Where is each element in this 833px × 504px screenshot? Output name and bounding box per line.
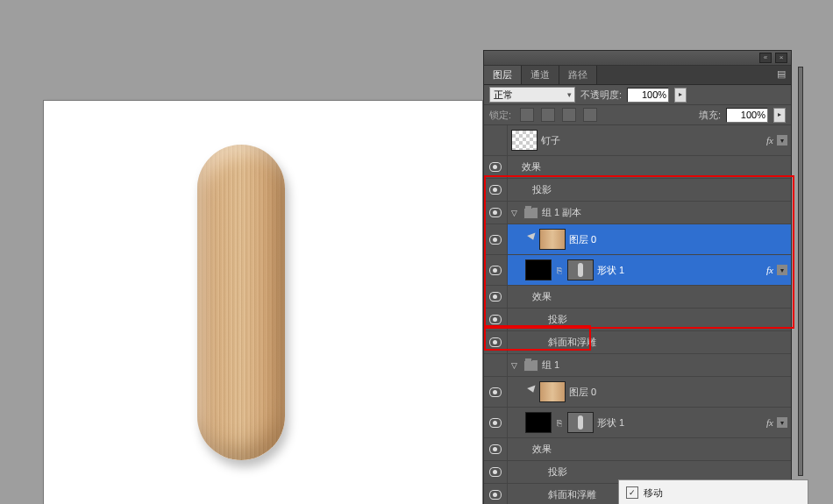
effects-row[interactable]: 效果: [484, 286, 791, 309]
visibility-toggle[interactable]: [484, 286, 508, 308]
panel-close-icon[interactable]: ×: [775, 53, 787, 63]
visibility-toggle[interactable]: [484, 224, 508, 254]
visibility-toggle[interactable]: [484, 408, 508, 437]
shape-1[interactable]: ⎘ 形状 1 fx ▾: [484, 408, 791, 438]
fill-thumbnail[interactable]: [525, 412, 552, 433]
fill-input[interactable]: 100%: [726, 108, 768, 123]
auto-select-label: 移动: [644, 486, 663, 500]
effect-name: 斜面和浮雕: [548, 336, 596, 349]
tab-channels[interactable]: 通道: [522, 66, 559, 84]
group-name[interactable]: 组 1: [542, 358, 559, 372]
fill-label: 填充:: [699, 109, 721, 122]
folder-icon: [523, 207, 538, 219]
layer-name[interactable]: 图层 0: [569, 233, 596, 246]
layer-dingzi[interactable]: 钉子 fx ▾: [484, 125, 791, 156]
vector-mask-thumbnail[interactable]: [567, 259, 594, 280]
blend-mode-dropdown[interactable]: 正常: [489, 87, 575, 103]
layers-panel: « × 图层 通道 路径 ▤ 正常 不透明度: 100% ▸ 锁定: 填充: 1…: [484, 51, 791, 504]
visibility-toggle[interactable]: [484, 202, 508, 224]
dock-strip[interactable]: [798, 67, 803, 476]
group-expand-icon[interactable]: ▽: [511, 209, 520, 217]
effects-row[interactable]: 效果: [484, 156, 791, 179]
layer-0-copy[interactable]: 图层 0: [484, 224, 791, 255]
opacity-label: 不透明度:: [580, 89, 622, 102]
panel-menu-icon[interactable]: ▤: [772, 66, 791, 84]
document-canvas[interactable]: [44, 101, 482, 504]
lock-label: 锁定:: [489, 109, 511, 122]
layer-name[interactable]: 图层 0: [569, 386, 596, 399]
visibility-toggle[interactable]: [484, 255, 508, 285]
panel-titlebar[interactable]: « ×: [484, 51, 791, 66]
layer-thumbnail[interactable]: [511, 130, 538, 151]
group-1[interactable]: ▽ 组 1: [484, 354, 791, 377]
panel-tabs: 图层 通道 路径 ▤: [484, 66, 791, 85]
effects-label: 效果: [532, 290, 552, 303]
visibility-toggle[interactable]: [484, 377, 508, 407]
vector-mask-thumbnail[interactable]: [567, 412, 594, 433]
tab-paths[interactable]: 路径: [559, 66, 597, 84]
effect-name: 投影: [548, 465, 567, 479]
clipping-indicator-icon: [525, 234, 536, 245]
opacity-flyout-button[interactable]: ▸: [674, 88, 687, 103]
visibility-toggle[interactable]: [484, 438, 508, 460]
auto-select-checkbox[interactable]: ✓: [626, 486, 638, 499]
layer-name[interactable]: 形状 1: [597, 416, 624, 429]
visibility-toggle[interactable]: [484, 179, 508, 201]
lock-position-icon[interactable]: [562, 108, 576, 122]
visibility-toggle[interactable]: [484, 156, 508, 178]
shape-1-copy[interactable]: ⎘ 形状 1 fx ▾: [484, 255, 791, 286]
layer-0[interactable]: 图层 0: [484, 377, 791, 408]
visibility-toggle[interactable]: [484, 309, 508, 330]
effect-name: 斜面和浮雕: [548, 488, 596, 501]
layer-name[interactable]: 钉子: [541, 134, 560, 147]
fill-flyout-button[interactable]: ▸: [773, 108, 786, 123]
fx-expand-button[interactable]: ▾: [777, 417, 787, 428]
visibility-toggle[interactable]: [484, 354, 508, 376]
effects-label: 效果: [532, 443, 552, 456]
layer-list: 钉子 fx ▾ 效果 投影 ▽ 组 1 副本: [484, 125, 791, 504]
lock-transparency-icon[interactable]: [520, 108, 534, 122]
group-expand-icon[interactable]: ▽: [511, 361, 520, 370]
visibility-toggle[interactable]: [484, 484, 508, 504]
group-name[interactable]: 组 1 副本: [542, 206, 581, 219]
tool-options-move: ✓ 移动: [618, 479, 808, 504]
tab-layers[interactable]: 图层: [484, 66, 522, 84]
layer-name[interactable]: 形状 1: [597, 264, 624, 277]
opacity-input[interactable]: 100%: [627, 88, 669, 103]
lock-all-icon[interactable]: [583, 108, 597, 122]
effect-name: 投影: [548, 313, 567, 326]
wood-plank-artwork: [197, 145, 285, 460]
layer-thumbnail[interactable]: [539, 229, 566, 250]
visibility-toggle[interactable]: [484, 331, 508, 353]
lock-fill-row: 锁定: 填充: 100% ▸: [484, 105, 791, 125]
blend-opacity-row: 正常 不透明度: 100% ▸: [484, 85, 791, 105]
layer-thumbnail[interactable]: [539, 381, 566, 402]
fx-expand-button[interactable]: ▾: [777, 265, 787, 275]
effects-label: 效果: [522, 160, 541, 174]
effect-name: 投影: [532, 183, 552, 196]
fill-thumbnail[interactable]: [525, 259, 552, 280]
lock-pixels-icon[interactable]: [541, 108, 555, 122]
fx-indicator[interactable]: fx: [766, 417, 773, 428]
fx-indicator[interactable]: fx: [766, 135, 773, 146]
folder-icon: [523, 359, 538, 372]
visibility-toggle[interactable]: [484, 125, 508, 155]
effect-drop-shadow[interactable]: 投影: [484, 309, 791, 331]
effect-bevel-emboss[interactable]: 斜面和浮雕: [484, 331, 791, 354]
mask-link-icon[interactable]: ⎘: [555, 266, 564, 275]
fx-expand-button[interactable]: ▾: [777, 135, 787, 146]
mask-link-icon[interactable]: ⎘: [555, 418, 564, 428]
effect-drop-shadow[interactable]: 投影: [484, 179, 791, 202]
group-1-copy[interactable]: ▽ 组 1 副本: [484, 202, 791, 224]
panel-collapse-icon[interactable]: «: [759, 53, 772, 63]
fx-indicator[interactable]: fx: [766, 265, 773, 275]
visibility-toggle[interactable]: [484, 461, 508, 483]
effects-row[interactable]: 效果: [484, 438, 791, 461]
clipping-indicator-icon: [525, 387, 536, 397]
